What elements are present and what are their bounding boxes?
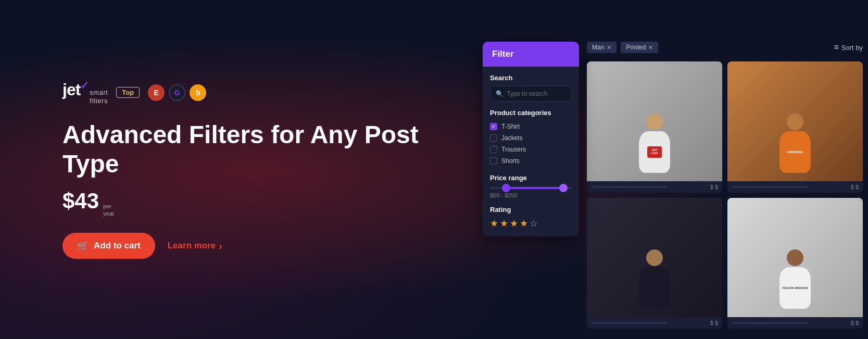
elementor-icon: E [148, 84, 165, 101]
rating-section: Rating ★ ★ ★ ★ ☆ [490, 206, 572, 229]
trousers-checkbox[interactable] [490, 146, 497, 153]
trousers-label: Trousers [501, 146, 526, 153]
tshirt-checkbox[interactable] [490, 123, 497, 130]
category-item-tshirt[interactable]: T-Shirt [490, 121, 572, 132]
star-3: ★ [510, 218, 518, 229]
price-per: per [103, 203, 114, 210]
tshirt-label: T-Shirt [501, 123, 520, 130]
beaver-icon: b [190, 84, 206, 101]
price-row: $43 per year [62, 189, 446, 218]
add-to-cart-button[interactable]: 🛒 Add to cart [62, 233, 155, 259]
left-section: jet✓ smart filters Top E G b Advanced Fi… [0, 59, 477, 280]
learn-more-arrow-icon: › [219, 240, 222, 252]
printed-tag-remove[interactable]: ✕ [648, 44, 653, 51]
categories-title: Product categories [490, 109, 572, 117]
jackets-checkbox[interactable] [490, 134, 497, 142]
sort-icon: ≡ [834, 43, 838, 52]
price-range-track[interactable] [490, 187, 572, 189]
product-price-4: $ $ [851, 320, 859, 326]
product-card-1-image: OUTCAST [587, 61, 722, 181]
product-card-2-footer: $ $ [727, 181, 863, 193]
jet-name: jet [62, 80, 80, 98]
category-item-shorts[interactable]: Shorts [490, 155, 572, 167]
category-item-jackets[interactable]: Jackets [490, 132, 572, 144]
sort-by-button[interactable]: ≡ Sort by [834, 43, 863, 52]
product-figure-2: UNFRIEND [727, 67, 863, 175]
shorts-label: Shorts [501, 157, 520, 165]
product-price-1: $ $ [710, 184, 718, 190]
man-filter-tag[interactable]: Man ✕ [587, 42, 617, 53]
price-range-value: $50 - $250 [490, 192, 572, 198]
jet-subtitle: smart filters [90, 89, 108, 105]
plugin-icons-group: E G b [148, 84, 206, 101]
product-card-3[interactable]: $ $ [587, 198, 722, 329]
product-card-1-footer: $ $ [587, 181, 722, 193]
product-figure-1: OUTCAST [587, 67, 722, 175]
star-5: ☆ [530, 218, 538, 229]
add-to-cart-label: Add to cart [94, 241, 141, 251]
product-figure-3 [587, 204, 722, 312]
star-4: ★ [520, 218, 528, 229]
cart-icon: 🛒 [77, 240, 89, 252]
product-card-3-image [587, 198, 722, 318]
category-item-trousers[interactable]: Trousers [490, 144, 572, 155]
search-box[interactable]: 🔍 [490, 86, 572, 102]
product-bar-1 [591, 186, 667, 188]
product-bar-4 [732, 322, 808, 324]
filter-panel-header: Filter [483, 42, 579, 67]
price-main: $43 [62, 189, 99, 214]
product-card-4[interactable]: FREAKIN AWESOME $ $ [727, 198, 863, 329]
sort-label: Sort by [841, 44, 863, 52]
action-row: 🛒 Add to cart Learn more › [62, 233, 446, 259]
price-range-thumb-left[interactable] [502, 184, 510, 192]
man-tag-label: Man [592, 44, 604, 51]
search-section-title: Search [490, 74, 572, 82]
product-card-3-footer: $ $ [587, 317, 722, 329]
price-year: year [103, 210, 114, 217]
checkmark-icon: ✓ [80, 80, 89, 91]
logo-area: jet✓ smart filters Top E G b [62, 80, 446, 105]
top-bar: Man ✕ Printed ✕ ≡ Sort by [587, 42, 863, 53]
learn-more-label: Learn more [168, 241, 216, 251]
shorts-checkbox[interactable] [490, 157, 497, 165]
jackets-label: Jackets [501, 134, 523, 142]
printed-tag-label: Printed [626, 44, 646, 51]
filter-title: Filter [492, 49, 514, 59]
stars-group: ★ ★ ★ ★ ☆ [490, 218, 572, 229]
headline: Advanced Filters for Any Post Type [62, 120, 446, 178]
product-figure-4: FREAKIN AWESOME [727, 204, 863, 312]
product-card-4-footer: $ $ [727, 317, 863, 329]
price-period: per year [103, 203, 114, 218]
jet-logo: jet✓ smart filters [62, 80, 108, 105]
man-tag-remove[interactable]: ✕ [607, 44, 611, 51]
product-card-2-image: UNFRIEND [727, 61, 863, 181]
product-bar-2 [732, 186, 808, 188]
product-price-2: $ $ [851, 184, 859, 190]
price-range-section: Price range $50 - $250 [490, 174, 572, 198]
star-1: ★ [490, 218, 498, 229]
product-price-3: $ $ [710, 320, 718, 326]
filter-panel: Filter Search 🔍 Product categories T-Shi… [483, 42, 579, 236]
top-badge: Top [116, 87, 140, 98]
right-section: Filter Search 🔍 Product categories T-Shi… [477, 0, 868, 339]
price-range-fill [506, 187, 563, 189]
learn-more-link[interactable]: Learn more › [168, 240, 222, 252]
printed-filter-tag[interactable]: Printed ✕ [621, 42, 658, 53]
product-card-2[interactable]: UNFRIEND $ $ [727, 61, 863, 193]
brand-smart: smart [90, 89, 108, 97]
product-card-4-image: FREAKIN AWESOME [727, 198, 863, 318]
search-icon: 🔍 [496, 90, 504, 97]
filter-panel-body: Search 🔍 Product categories T-Shirt Jack… [483, 67, 579, 236]
gsap-icon: G [169, 84, 185, 101]
jet-brand-text: jet✓ [62, 80, 89, 98]
search-input[interactable] [507, 90, 566, 97]
product-grid: OUTCAST $ $ [587, 61, 863, 329]
price-range-title: Price range [490, 174, 572, 182]
brand-filters: filters [90, 97, 108, 105]
product-bar-3 [591, 322, 667, 324]
rating-title: Rating [490, 206, 572, 214]
price-range-thumb-right[interactable] [559, 184, 568, 192]
star-2: ★ [500, 218, 508, 229]
categories-section: Product categories T-Shirt Jackets Trous… [490, 109, 572, 167]
product-card-1[interactable]: OUTCAST $ $ [587, 61, 722, 193]
